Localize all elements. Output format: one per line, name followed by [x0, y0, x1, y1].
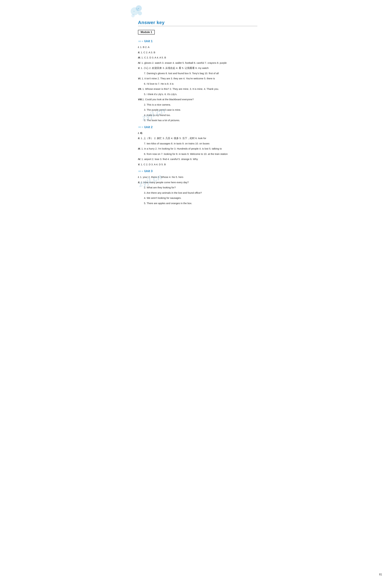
- unit3-II-2: 2. What are they looking for?: [138, 185, 257, 190]
- svg-marker-11: [142, 126, 143, 128]
- unit3-label-II: II.: [138, 181, 140, 184]
- unit1-content-VIII-5: 5. The book has a lot of pictures.: [144, 119, 180, 122]
- unit2-section-III-2: 6. from now on 7. looking for 8. in taxi…: [138, 152, 257, 156]
- svg-point-7: [139, 40, 141, 42]
- svg-point-3: [131, 14, 135, 18]
- unit-2-title: Unit 2: [144, 126, 153, 129]
- unit1-content-IV: 1. gloves 2. watch 3. eraser 4. wallet 5…: [141, 62, 227, 64]
- svg-point-13: [139, 170, 141, 172]
- unit3-content-II-3: 3. Are there any animals in the lost and…: [144, 191, 202, 194]
- svg-text:✦: ✦: [138, 8, 139, 10]
- unit2-label-IV: IV.: [138, 158, 141, 160]
- unit2-section-III: III. 1. in a hurry 2. I'm looking for 3.…: [138, 146, 257, 151]
- decorative-bubbles: ✦ ✦: [130, 5, 143, 18]
- svg-point-2: [138, 11, 142, 15]
- unit1-VIII-5: 5. The book has a lot of pictures.: [138, 118, 257, 122]
- unit3-content-II-4: 4. We aren't looking for sausages.: [144, 196, 181, 199]
- unit2-content-III-2: 6. from now on 7. looking for 8. in taxi…: [144, 152, 228, 155]
- svg-point-10: [139, 126, 141, 128]
- unit1-VIII-2: 2. This is a nice camera.: [138, 102, 257, 107]
- unit2-section-II: II. 1. 上（车） 2. 匆忙 3. 几百 4. 很多 5. 当下，此时 6…: [138, 136, 257, 140]
- unit1-section-VIII: VIII.1. Could you look at the blackboard…: [138, 97, 257, 102]
- title-divider: [138, 26, 257, 26]
- unit2-label-II: II.: [138, 137, 140, 140]
- unit2-section-IV: IV. 1. airport 2. lose 3. find 4. carefu…: [138, 157, 257, 161]
- svg-marker-14: [142, 170, 143, 172]
- unit1-content-VII-1: 1. Whose eraser is this? 2. They are min…: [142, 88, 219, 90]
- unit1-content-V-2: 7. Daming's gloves 8. lost and found box…: [144, 72, 219, 75]
- unit1-label-II: II.: [138, 51, 140, 54]
- unit1-label-V: V.: [138, 66, 140, 69]
- unit1-content-III: 1. C 2. D 3. A 4. A 5. B: [141, 56, 166, 59]
- unit2-section-I: I. 略: [138, 131, 257, 135]
- unit2-content-V: 1. C 2. D 3. A 4. D 5. B: [141, 163, 166, 166]
- unit1-label-VI: VI.: [138, 77, 141, 80]
- unit1-label-VIII: VIII.: [138, 98, 142, 101]
- unit2-icon: [138, 126, 143, 129]
- unit2-content-I: 略: [140, 132, 143, 134]
- page-title: Answer key: [138, 20, 257, 25]
- unit1-section-V-2: 7. Daming's gloves 8. lost and found box…: [138, 71, 257, 76]
- svg-marker-8: [142, 40, 143, 42]
- unit2-section-V: V. 1. C 2. D 3. A 4. D 5. B: [138, 162, 257, 166]
- unit2-label-III: III.: [138, 147, 141, 150]
- unit-1-section: Unit 1 I. 1. B 2. A II. 1. C 2. A 3. B I…: [138, 40, 257, 122]
- svg-point-1: [131, 7, 139, 15]
- unit1-content-VI-1: 1. it isn't mine 2. They are 3. they are…: [142, 77, 215, 80]
- unit1-content-VIII-1: 1. Could you look at the blackboard ever…: [142, 98, 194, 101]
- unit2-content-II-2: 7. two kilos of sausages 8. in taxis 9. …: [144, 142, 209, 145]
- unit-1-header: Unit 1: [138, 40, 257, 43]
- unit2-label-V: V.: [138, 163, 140, 166]
- unit1-section-II: II. 1. C 2. A 3. B: [138, 50, 257, 54]
- unit1-section-VII: VII. 1. Whose eraser is this? 2. They ar…: [138, 87, 257, 91]
- unit2-content-IV: 1. airport 2. lose 3. find 4. careful 5.…: [141, 158, 198, 160]
- unit-icon: [138, 40, 143, 43]
- unit2-section-II-2: 7. two kilos of sausages 8. in taxis 9. …: [138, 142, 257, 146]
- unit3-content-II-2: 2. What are they looking for?: [144, 186, 176, 189]
- unit3-content-I: 1. your 2. theirs 3. Whose 4. his 5. her…: [140, 176, 183, 178]
- module-label: Module 1: [138, 30, 155, 34]
- unit1-label-IV: IV.: [138, 62, 141, 64]
- unit1-label-I: I.: [138, 46, 139, 48]
- unit-2-section: Unit 2 I. 略 II. 1. 上（车） 2. 匆忙 3. 几百 4. 很…: [138, 126, 257, 166]
- unit1-section-VI-2: 6. I'd love to 7. He is 8. it is: [138, 82, 257, 86]
- unit1-content-V-1: 1. 小心 2. 欢迎回来 3. 从现在起 4. 看 5. 让我看看 6. my…: [141, 66, 209, 69]
- unit1-VIII-3: 3. The purple pencil case is mine.: [138, 108, 257, 112]
- unit-2-header: Unit 2: [138, 126, 257, 129]
- unit1-content-VI-2: 6. I'd love to 7. He is 8. it is: [144, 82, 174, 85]
- unit1-VIII-4: 4. Katie is my friend too.: [138, 113, 257, 117]
- unit1-section-IV: IV. 1. gloves 2. watch 3. eraser 4. wall…: [138, 61, 257, 65]
- unit-3-section: Unit 3 I. 1. your 2. theirs 3. Whose 4. …: [138, 170, 257, 205]
- unit1-section-VI: VI. 1. it isn't mine 2. They are 3. they…: [138, 76, 257, 81]
- unit3-label-I: I.: [138, 176, 139, 178]
- unit1-content-I: 1. B 2. A: [140, 46, 150, 48]
- unit2-content-II-1: 1. 上（车） 2. 匆忙 3. 几百 4. 很多 5. 当下，此时 6. lo…: [141, 137, 206, 140]
- unit1-section-I: I. 1. B 2. A: [138, 45, 257, 49]
- unit1-content-VIII-3: 3. The purple pencil case is mine.: [144, 108, 181, 111]
- unit3-section-I: I. 1. your 2. theirs 3. Whose 4. his 5. …: [138, 175, 257, 179]
- unit3-II-3: 3. Are there any animals in the lost and…: [138, 191, 257, 195]
- unit3-content-II-1: 1. How many people come here every day?: [141, 181, 189, 184]
- unit-1-title: Unit 1: [144, 40, 153, 43]
- unit2-content-III-1: 1. in a hurry 2. I'm looking for 3. Hund…: [141, 147, 222, 150]
- unit1-label-VII: VII.: [138, 88, 142, 90]
- unit2-label-I: I.: [138, 132, 139, 134]
- unit1-section-V: V. 1. 小心 2. 欢迎回来 3. 从现在起 4. 看 5. 让我看看 6.…: [138, 66, 257, 70]
- unit3-II-4: 4. We aren't looking for sausages.: [138, 196, 257, 200]
- unit3-icon: [138, 170, 143, 173]
- unit3-content-II-5: 5. There are apples and oranges in the b…: [144, 202, 192, 204]
- unit1-content-VIII-2: 2. This is a nice camera.: [144, 103, 171, 106]
- unit1-label-III: III.: [138, 56, 141, 59]
- unit-3-title: Unit 3: [144, 170, 153, 173]
- unit1-content-II: 1. C 2. A 3. B: [141, 51, 155, 54]
- unit1-content-VIII-4: 4. Katie is my friend too.: [144, 114, 171, 116]
- unit3-section-II: II. 1. How many people come here every d…: [138, 180, 257, 184]
- unit-3-header: Unit 3: [138, 170, 257, 173]
- unit1-section-VII-2: 5. I think it's Lily's. 6. It's Lily's.: [138, 92, 257, 96]
- unit1-section-III: III. 1. C 2. D 3. A 4. A 5. B: [138, 56, 257, 60]
- unit3-II-5: 5. There are apples and oranges in the b…: [138, 201, 257, 206]
- unit1-content-VII-2: 5. I think it's Lily's. 6. It's Lily's.: [144, 93, 177, 96]
- svg-text:✦: ✦: [133, 10, 135, 12]
